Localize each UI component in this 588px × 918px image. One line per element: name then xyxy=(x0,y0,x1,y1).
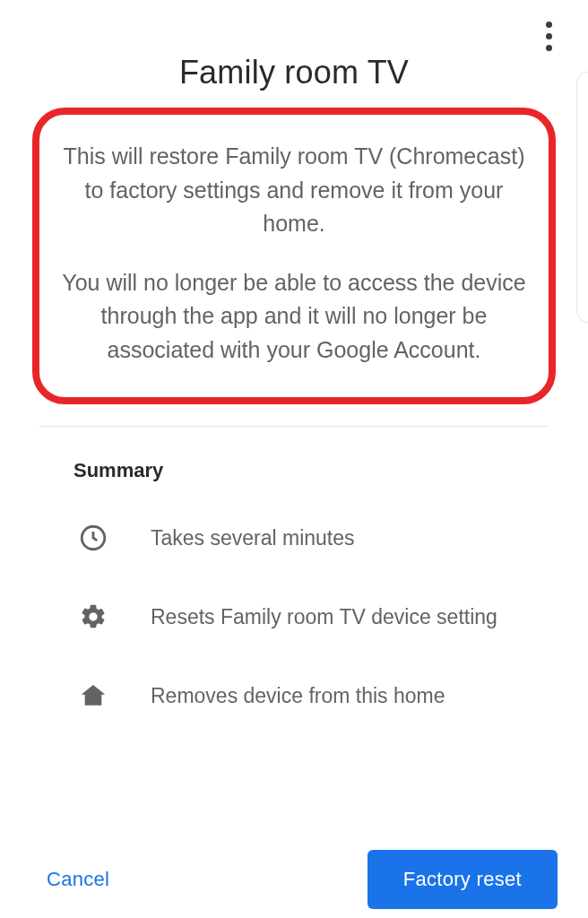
gear-icon xyxy=(77,601,109,633)
description-paragraph-1: This will restore Family room TV (Chrome… xyxy=(56,140,532,241)
page-title: Family room TV xyxy=(0,54,588,91)
more-dots-icon xyxy=(546,22,552,28)
summary-section: Summary Takes several minutes Resets Fam… xyxy=(0,427,588,712)
factory-reset-button[interactable]: Factory reset xyxy=(368,850,558,909)
summary-heading: Summary xyxy=(74,459,552,482)
summary-item: Removes device from this home xyxy=(77,680,552,712)
summary-item-label: Resets Family room TV device setting xyxy=(151,605,497,629)
footer-actions: Cancel Factory reset xyxy=(0,850,588,909)
summary-item: Resets Family room TV device setting xyxy=(77,601,552,633)
warning-highlight-box: This will restore Family room TV (Chrome… xyxy=(32,108,556,404)
home-icon xyxy=(77,680,109,712)
scroll-indicator xyxy=(576,72,588,323)
summary-item-label: Takes several minutes xyxy=(151,526,355,550)
summary-item-label: Removes device from this home xyxy=(151,684,445,708)
summary-item: Takes several minutes xyxy=(77,522,552,554)
cancel-button[interactable]: Cancel xyxy=(39,853,117,905)
clock-icon xyxy=(77,522,109,554)
description-paragraph-2: You will no longer be able to access the… xyxy=(56,266,532,368)
more-menu-button[interactable] xyxy=(536,18,561,54)
